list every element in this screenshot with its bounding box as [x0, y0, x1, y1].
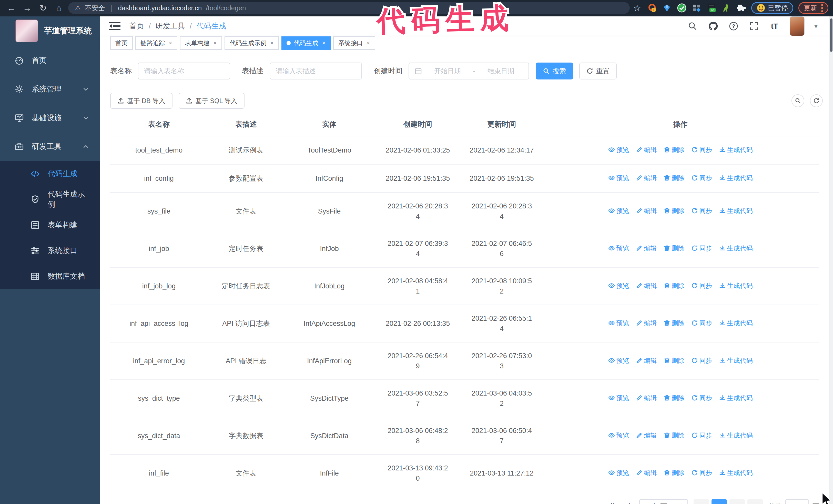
action-generate-link[interactable]: 生成代码: [719, 467, 753, 478]
end-date-placeholder[interactable]: 结束日期: [479, 67, 523, 76]
close-icon[interactable]: ×: [270, 40, 274, 47]
action-preview-link[interactable]: 预览: [608, 318, 629, 328]
action-sync-link[interactable]: 同步: [691, 318, 712, 328]
close-icon[interactable]: ×: [169, 40, 172, 47]
fullscreen-icon[interactable]: [749, 21, 759, 31]
action-sync-link[interactable]: 同步: [691, 173, 712, 183]
action-sync-link[interactable]: 同步: [691, 281, 712, 291]
breadcrumb-devtools[interactable]: 研发工具: [155, 21, 185, 31]
action-generate-link[interactable]: 生成代码: [719, 281, 753, 291]
next-page-button[interactable]: ›: [747, 499, 763, 504]
close-icon[interactable]: ×: [366, 40, 370, 47]
bookmark-star-icon[interactable]: ☆: [632, 3, 642, 13]
action-edit-link[interactable]: 编辑: [636, 145, 657, 155]
action-delete-link[interactable]: 删除: [664, 393, 685, 403]
action-delete-link[interactable]: 删除: [664, 430, 685, 440]
action-edit-link[interactable]: 编辑: [636, 318, 657, 328]
action-preview-link[interactable]: 预览: [608, 430, 629, 440]
scrollbar-thumb[interactable]: [830, 19, 832, 52]
browser-reload-icon[interactable]: ↻: [37, 1, 50, 15]
action-generate-link[interactable]: 生成代码: [719, 145, 753, 155]
page-button-2[interactable]: 2: [730, 499, 745, 504]
extension-check-icon[interactable]: [677, 3, 687, 13]
search-icon[interactable]: [687, 21, 698, 31]
sidebar-subitem-1[interactable]: 代码生成示例: [0, 187, 100, 212]
action-edit-link[interactable]: 编辑: [636, 467, 657, 478]
browser-forward-icon[interactable]: →: [21, 1, 34, 15]
sidebar-item-0[interactable]: 首页: [0, 46, 100, 75]
action-edit-link[interactable]: 编辑: [636, 173, 657, 183]
sidebar-subitem-3[interactable]: 系统接口: [0, 238, 100, 264]
sidebar-subitem-2[interactable]: 表单构建: [0, 212, 100, 238]
table-name-input[interactable]: [138, 63, 230, 79]
tab-4[interactable]: 代码生成 ×: [281, 37, 331, 50]
action-sync-link[interactable]: 同步: [691, 243, 712, 253]
page-scrollbar[interactable]: [829, 17, 833, 504]
tab-1[interactable]: 链路追踪 ×: [135, 37, 177, 50]
close-icon[interactable]: ×: [213, 40, 217, 47]
action-sync-link[interactable]: 同步: [691, 467, 712, 478]
browser-back-icon[interactable]: ←: [5, 1, 18, 15]
page-button-1[interactable]: 1: [712, 499, 727, 504]
refresh-table-icon[interactable]: [810, 94, 823, 107]
security-label[interactable]: 不安全: [85, 4, 105, 13]
tab-3[interactable]: 代码生成示例 ×: [224, 37, 279, 50]
table-name-field[interactable]: [144, 67, 224, 75]
action-preview-link[interactable]: 预览: [608, 173, 629, 183]
table-desc-field[interactable]: [276, 67, 356, 75]
table-desc-input[interactable]: [270, 63, 362, 79]
sidebar-item-2[interactable]: 基础设施: [0, 103, 100, 132]
help-icon[interactable]: ?: [728, 21, 739, 31]
font-size-icon[interactable]: tT: [769, 21, 780, 31]
action-edit-link[interactable]: 编辑: [636, 281, 657, 291]
action-delete-link[interactable]: 删除: [664, 281, 685, 291]
action-delete-link[interactable]: 删除: [664, 318, 685, 328]
action-edit-link[interactable]: 编辑: [636, 430, 657, 440]
goto-page-input[interactable]: 1: [785, 499, 809, 504]
extension-gem-icon[interactable]: [662, 3, 672, 13]
github-icon[interactable]: [708, 21, 718, 31]
action-generate-link[interactable]: 生成代码: [719, 318, 753, 328]
action-edit-link[interactable]: 编辑: [636, 393, 657, 403]
action-sync-link[interactable]: 同步: [691, 355, 712, 365]
action-sync-link[interactable]: 同步: [691, 206, 712, 216]
tab-0[interactable]: 首页: [110, 37, 133, 50]
sidebar-subitem-4[interactable]: 数据库文档: [0, 264, 100, 289]
address-bar[interactable]: ⚠ 不安全 | dashboard.yudao.iocoder.cn/tool/…: [68, 2, 630, 14]
action-preview-link[interactable]: 预览: [608, 145, 629, 155]
action-preview-link[interactable]: 预览: [608, 243, 629, 253]
action-delete-link[interactable]: 删除: [664, 206, 685, 216]
breadcrumb-home[interactable]: 首页: [129, 21, 144, 31]
action-sync-link[interactable]: 同步: [691, 430, 712, 440]
reset-button[interactable]: 重置: [579, 63, 617, 79]
sidebar-item-3[interactable]: 研发工具: [0, 132, 100, 161]
search-button[interactable]: 搜索: [536, 63, 573, 79]
action-preview-link[interactable]: 预览: [608, 393, 629, 403]
extension-grid-icon[interactable]: [692, 3, 701, 13]
create-time-range-picker[interactable]: 开始日期 - 结束日期: [408, 63, 529, 79]
sidebar-logo-row[interactable]: 芋道管理系统: [0, 17, 100, 45]
tab-2[interactable]: 表单构建 ×: [180, 37, 222, 50]
page-size-select[interactable]: 10条/页 ▾: [639, 499, 688, 504]
action-delete-link[interactable]: 删除: [664, 243, 685, 253]
tab-5[interactable]: 系统接口 ×: [333, 37, 375, 50]
action-preview-link[interactable]: 预览: [608, 206, 629, 216]
action-generate-link[interactable]: 生成代码: [719, 243, 753, 253]
action-edit-link[interactable]: 编辑: [636, 355, 657, 365]
import-sql-button[interactable]: 基于 SQL 导入: [178, 93, 244, 109]
browser-home-icon[interactable]: ⌂: [52, 1, 66, 15]
browser-update-button[interactable]: 更新: [799, 2, 828, 14]
action-sync-link[interactable]: 同步: [691, 393, 712, 403]
extension-figure-icon[interactable]: [721, 3, 731, 13]
action-delete-link[interactable]: 删除: [664, 145, 685, 155]
start-date-placeholder[interactable]: 开始日期: [426, 67, 470, 76]
action-delete-link[interactable]: 删除: [664, 355, 685, 365]
sidebar-subitem-0[interactable]: 代码生成: [0, 161, 100, 187]
avatar[interactable]: [790, 17, 805, 36]
collapse-sidebar-icon[interactable]: [109, 21, 120, 31]
action-preview-link[interactable]: 预览: [608, 281, 629, 291]
action-generate-link[interactable]: 生成代码: [719, 430, 753, 440]
browser-menu-icon[interactable]: [821, 4, 823, 12]
action-edit-link[interactable]: 编辑: [636, 243, 657, 253]
action-generate-link[interactable]: 生成代码: [719, 355, 753, 365]
